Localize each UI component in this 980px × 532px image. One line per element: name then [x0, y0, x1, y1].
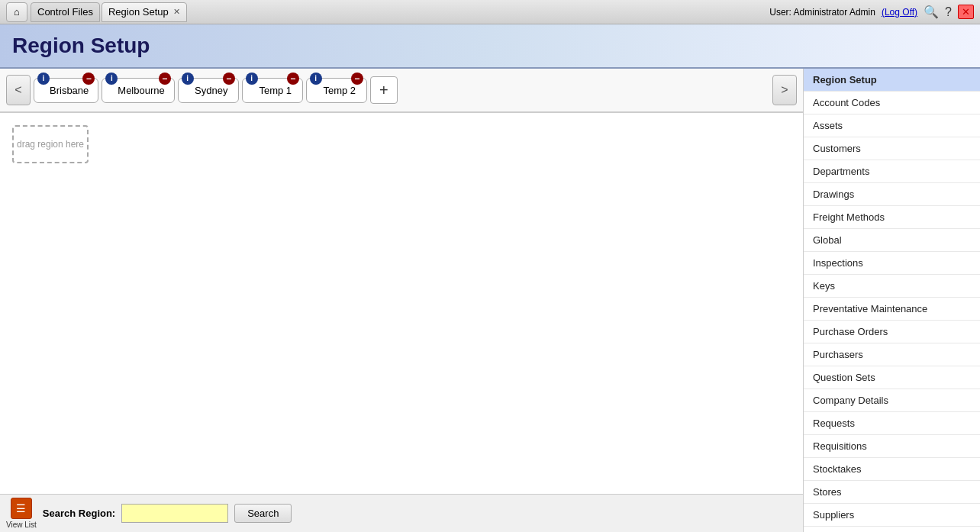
info-badge-temp1: i: [246, 73, 258, 85]
sidebar-item-purchasers[interactable]: Purchasers: [804, 343, 980, 366]
page-title: Region Setup: [12, 34, 968, 58]
sidebar-item-drawings[interactable]: Drawings: [804, 183, 980, 206]
help-button[interactable]: ?: [945, 5, 952, 19]
list-icon: ☰: [16, 502, 26, 514]
search-region-input[interactable]: [121, 504, 228, 523]
home-icon: ⌂: [14, 6, 20, 18]
search-button[interactable]: 🔍: [924, 5, 939, 19]
remove-badge-sydney[interactable]: −: [223, 73, 235, 85]
sidebar-item-stocktakes[interactable]: Stocktakes: [804, 458, 980, 481]
tab-region-setup-close[interactable]: ✕: [173, 7, 180, 17]
tab-control-files-label: Control Files: [37, 6, 93, 18]
region-tabs-row: < i Brisbane − i Melbourne − i Sydney − …: [0, 69, 803, 113]
remove-badge-temp2[interactable]: −: [351, 73, 363, 85]
region-tab-temp1[interactable]: i Temp 1 −: [242, 78, 303, 103]
top-right-area: User: Administrator Admin (Log Off) 🔍 ? …: [769, 5, 974, 19]
sidebar-item-preventative-maintenance[interactable]: Preventative Maintenance: [804, 298, 980, 321]
region-tab-brisbane-label: Brisbane: [50, 85, 89, 96]
bottom-bar: ☰ View List Search Region: Search: [0, 494, 803, 532]
info-badge-melbourne: i: [105, 73, 118, 85]
tab-region-setup-label: Region Setup: [108, 6, 169, 18]
remove-badge-melbourne[interactable]: −: [159, 73, 171, 85]
sidebar-item-region-setup[interactable]: Region Setup: [804, 69, 980, 92]
drag-region-label: drag region here: [17, 139, 84, 150]
region-tab-temp1-label: Temp 1: [259, 85, 292, 96]
search-region-label: Search Region:: [43, 508, 115, 519]
sidebar-item-trade-codes[interactable]: Trade Codes: [804, 527, 980, 532]
sidebar-item-stores[interactable]: Stores: [804, 481, 980, 504]
sidebar-item-inspections[interactable]: Inspections: [804, 252, 980, 275]
view-list-icon: ☰: [11, 498, 32, 519]
content-area: < i Brisbane − i Melbourne − i Sydney − …: [0, 69, 803, 532]
sidebar-item-freight-methods[interactable]: Freight Methods: [804, 206, 980, 229]
tab-region-setup[interactable]: Region Setup ✕: [102, 2, 187, 22]
sidebar-item-question-sets[interactable]: Question Sets: [804, 366, 980, 389]
region-tab-sydney[interactable]: i Sydney −: [178, 78, 239, 103]
region-tab-brisbane[interactable]: i Brisbane −: [34, 78, 98, 103]
add-region-button[interactable]: +: [370, 76, 398, 104]
region-tab-temp2-label: Temp 2: [323, 85, 356, 96]
sidebar-item-suppliers[interactable]: Suppliers: [804, 504, 980, 527]
remove-badge-brisbane[interactable]: −: [82, 73, 95, 85]
remove-badge-temp1[interactable]: −: [287, 73, 299, 85]
info-badge-sydney: i: [182, 73, 194, 85]
search-region-button[interactable]: Search: [234, 504, 292, 523]
sidebar-item-departments[interactable]: Departments: [804, 160, 980, 183]
sidebar-item-customers[interactable]: Customers: [804, 137, 980, 160]
nav-prev-button[interactable]: <: [6, 75, 31, 105]
sidebar-item-purchase-orders[interactable]: Purchase Orders: [804, 321, 980, 343]
sidebar-item-requisitions[interactable]: Requisitions: [804, 435, 980, 458]
right-sidebar: Region SetupAccount CodesAssetsCustomers…: [803, 69, 980, 532]
top-bar: ⌂ Control Files Region Setup ✕ User: Adm…: [0, 0, 980, 24]
sidebar-item-keys[interactable]: Keys: [804, 275, 980, 298]
sidebar-item-global[interactable]: Global: [804, 229, 980, 252]
region-tab-temp2[interactable]: i Temp 2 −: [306, 78, 367, 103]
tab-control-files[interactable]: Control Files: [31, 2, 100, 22]
drag-region-placeholder[interactable]: drag region here: [12, 125, 89, 163]
sidebar-item-assets[interactable]: Assets: [804, 114, 980, 137]
log-off-link[interactable]: (Log Off): [882, 7, 917, 18]
view-list-label: View List: [6, 521, 37, 529]
main-layout: < i Brisbane − i Melbourne − i Sydney − …: [0, 69, 980, 532]
info-badge-brisbane: i: [37, 73, 50, 85]
region-tab-sydney-label: Sydney: [195, 85, 227, 96]
region-tab-melbourne-label: Melbourne: [118, 85, 164, 96]
nav-next-button[interactable]: >: [772, 75, 797, 105]
sidebar-item-account-codes[interactable]: Account Codes: [804, 92, 980, 114]
home-button[interactable]: ⌂: [6, 2, 27, 22]
info-badge-temp2: i: [310, 73, 322, 85]
close-window-button[interactable]: ✕: [958, 5, 974, 19]
sidebar-item-company-details[interactable]: Company Details: [804, 389, 980, 412]
region-tab-melbourne[interactable]: i Melbourne −: [102, 78, 174, 103]
view-list-button[interactable]: ☰ View List: [6, 498, 37, 529]
sidebar-item-requests[interactable]: Requests: [804, 412, 980, 435]
user-text: User: Administrator Admin: [769, 7, 875, 18]
page-header: Region Setup: [0, 24, 980, 69]
drag-drop-area: drag region here: [0, 113, 803, 494]
